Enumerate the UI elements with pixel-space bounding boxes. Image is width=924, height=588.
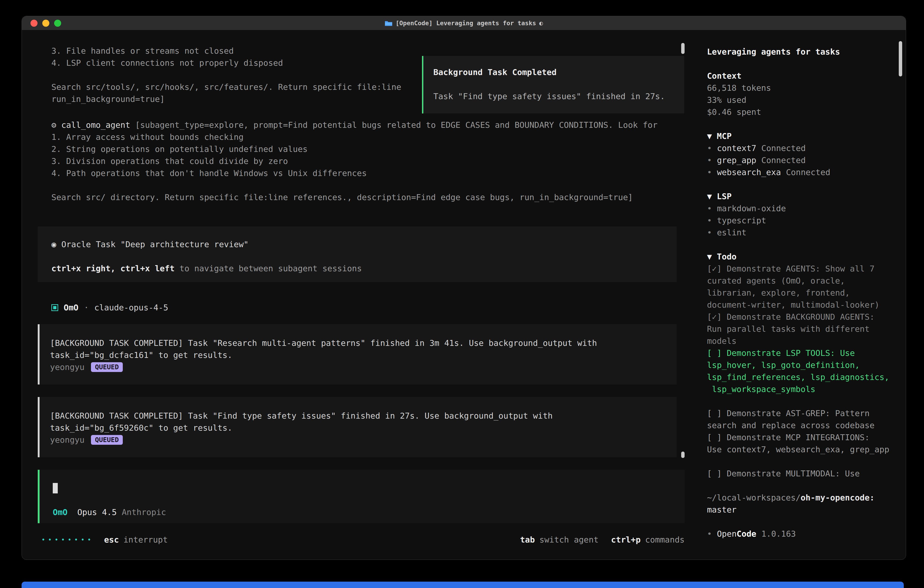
tool-name: call_omo_agent bbox=[61, 120, 130, 130]
todo-item-pending: [ ] Demonstrate MCP INTEGRATIONS: Use co… bbox=[707, 431, 892, 456]
todo-item-done: [✓] Demonstrate BACKGROUND AGENTS: Run p… bbox=[707, 311, 892, 347]
bullet-icon: • bbox=[707, 154, 712, 166]
message-footer: yeongyu QUEUED bbox=[50, 361, 665, 373]
lsp-item: • typescript bbox=[707, 215, 892, 226]
input-footer: OmO Opus 4.5 Anthropic bbox=[53, 507, 685, 517]
hint-text: to navigate between subagent sessions bbox=[175, 264, 362, 273]
session-title: Leveraging agents for tasks bbox=[707, 46, 892, 58]
bullet-icon: • bbox=[707, 226, 712, 238]
terminal-line: Search src/ directory. Return specific f… bbox=[51, 191, 658, 203]
text-cursor bbox=[53, 483, 58, 494]
background-task-message: [BACKGROUND TASK COMPLETED] Task "Resear… bbox=[38, 324, 676, 385]
titlebar[interactable]: [OpenCode] Leveraging agents for tasks ◐ bbox=[22, 16, 906, 30]
close-button[interactable] bbox=[30, 20, 38, 26]
lsp-section-heading[interactable]: ▼ LSP bbox=[707, 190, 892, 202]
bullet-icon: • bbox=[707, 166, 712, 178]
terminal-line: 4. Path operations that don't handle Win… bbox=[51, 167, 658, 179]
status-bar: •••••••• esc interrupt tab switch agent … bbox=[38, 533, 685, 546]
lsp-item: • markdown-oxide bbox=[707, 202, 892, 215]
app-version: • OpenCode 1.0.163 bbox=[707, 528, 892, 540]
progress-moon-icon: ◐ bbox=[539, 20, 543, 26]
message-author: yeongyu bbox=[50, 435, 84, 444]
bullet-icon: • bbox=[707, 528, 712, 540]
oracle-hint: ctrl+x right, ctrl+x left to navigate be… bbox=[51, 263, 676, 274]
prompt-input[interactable]: OmO Opus 4.5 Anthropic bbox=[38, 470, 685, 523]
context-tokens: 66,518 tokens bbox=[707, 82, 892, 94]
message-scrollbar-thumb[interactable] bbox=[681, 452, 685, 458]
terminal-scrollback: 3. File handles or streams not closed 4.… bbox=[51, 45, 401, 105]
tool-args: [subagent_type=explore, prompt=Find pote… bbox=[135, 120, 658, 130]
input-model-label: Opus 4.5 bbox=[77, 507, 117, 517]
minimize-button[interactable] bbox=[42, 20, 50, 26]
commands-hint: ctrl+p commands bbox=[611, 535, 685, 544]
notification-body: Task "Find type safety issues" finished … bbox=[433, 90, 675, 102]
todo-item-pending: [ ] Demonstrate AST-GREP: Pattern search… bbox=[707, 407, 892, 431]
terminal-line: run_in_background=true] bbox=[51, 93, 401, 105]
context-used: 33% used bbox=[707, 94, 892, 106]
app-content: 3. File handles or streams not closed 4.… bbox=[22, 30, 906, 560]
folder-icon bbox=[385, 20, 393, 26]
mcp-item: • grep_app Connected bbox=[707, 154, 892, 166]
terminal-line: 3. File handles or streams not closed bbox=[51, 45, 401, 57]
window-title-text: [OpenCode] Leveraging agents for tasks bbox=[396, 20, 536, 26]
message-footer: yeongyu QUEUED bbox=[50, 434, 665, 446]
notification-toast[interactable]: Background Task Completed Task "Find typ… bbox=[422, 56, 684, 114]
gear-icon: ⚙ bbox=[51, 120, 56, 130]
record-icon: ◉ bbox=[51, 238, 56, 250]
background-task-message: [BACKGROUND TASK COMPLETED] Task "Find t… bbox=[38, 397, 676, 457]
traffic-lights bbox=[30, 20, 61, 26]
app-name: OpenCode bbox=[717, 528, 756, 540]
input-provider-label: Anthropic bbox=[122, 507, 166, 517]
terminal-line bbox=[51, 69, 401, 81]
terminal-main: 3. File handles or streams not closed 4.… bbox=[22, 30, 691, 560]
esc-hint: esc interrupt bbox=[104, 535, 168, 544]
agent-icon bbox=[51, 304, 58, 311]
lsp-item: • eslint bbox=[707, 226, 892, 238]
main-scrollbar-thumb[interactable] bbox=[681, 43, 685, 54]
bullet-icon: • bbox=[707, 142, 712, 154]
terminal-line: Search src/tools/, src/hooks/, src/featu… bbox=[51, 81, 401, 93]
agent-header: OmO · claude-opus-4-5 bbox=[51, 302, 168, 314]
oracle-task-title: ◉ Oracle Task "Deep architecture review" bbox=[51, 238, 676, 250]
zoom-button[interactable] bbox=[54, 20, 61, 26]
agent-model: claude-opus-4-5 bbox=[94, 303, 168, 312]
mcp-section-heading[interactable]: ▼ MCP bbox=[707, 130, 892, 142]
bullet-icon: • bbox=[707, 202, 712, 215]
status-badge: QUEUED bbox=[91, 435, 123, 445]
todo-item-pending: [ ] Demonstrate MULTIMODAL: Use bbox=[707, 467, 892, 479]
context-heading: Context bbox=[707, 70, 892, 82]
terminal-line bbox=[51, 179, 658, 191]
notification-title: Background Task Completed bbox=[433, 66, 675, 78]
mcp-item: • context7 Connected bbox=[707, 142, 892, 154]
oracle-task-panel[interactable]: ◉ Oracle Task "Deep architecture review"… bbox=[38, 226, 676, 282]
terminal-line: 2. String operations on potentially unde… bbox=[51, 143, 658, 155]
background-window-edge bbox=[21, 581, 904, 588]
message-author: yeongyu bbox=[50, 362, 84, 372]
todo-item-active: [ ] Demonstrate LSP TOOLS: Use lsp_hover… bbox=[707, 347, 892, 395]
terminal-line: 1. Array access without bounds checking bbox=[51, 131, 658, 143]
status-badge: QUEUED bbox=[91, 362, 123, 372]
status-right: tab switch agent ctrl+p commands bbox=[520, 535, 685, 544]
terminal-line: 4. LSP client connections not properly d… bbox=[51, 57, 401, 69]
terminal-line: 3. Division operations that could divide… bbox=[51, 155, 658, 167]
workspace-branch: master bbox=[707, 504, 892, 516]
sidebar-scrollbar-thumb[interactable] bbox=[899, 41, 902, 76]
message-text: [BACKGROUND TASK COMPLETED] Task "Find t… bbox=[50, 410, 665, 434]
hint-keys: ctrl+x right, ctrl+x left bbox=[51, 264, 175, 273]
tool-call-header: ⚙ call_omo_agent [subagent_type=explore,… bbox=[51, 119, 658, 131]
todo-item-done: [✓] Demonstrate AGENTS: Show all 7 curat… bbox=[707, 263, 892, 311]
app-window: [OpenCode] Leveraging agents for tasks ◐… bbox=[21, 16, 906, 560]
agent-name: OmO bbox=[64, 303, 78, 312]
version-number: 1.0.163 bbox=[761, 528, 796, 540]
message-text: [BACKGROUND TASK COMPLETED] Task "Resear… bbox=[50, 337, 665, 361]
spinner-dots-icon: •••••••• bbox=[41, 536, 94, 543]
input-agent-label: OmO bbox=[53, 507, 68, 517]
todo-section-heading[interactable]: ▼ Todo bbox=[707, 251, 892, 263]
window-title: [OpenCode] Leveraging agents for tasks ◐ bbox=[385, 20, 543, 26]
status-left: •••••••• esc interrupt bbox=[38, 535, 168, 544]
context-spent: $0.46 spent bbox=[707, 106, 892, 118]
bullet-icon: • bbox=[707, 215, 712, 226]
tab-hint: tab switch agent bbox=[520, 535, 599, 544]
separator-dot: · bbox=[84, 303, 89, 312]
tool-call-block: ⚙ call_omo_agent [subagent_type=explore,… bbox=[51, 119, 658, 203]
